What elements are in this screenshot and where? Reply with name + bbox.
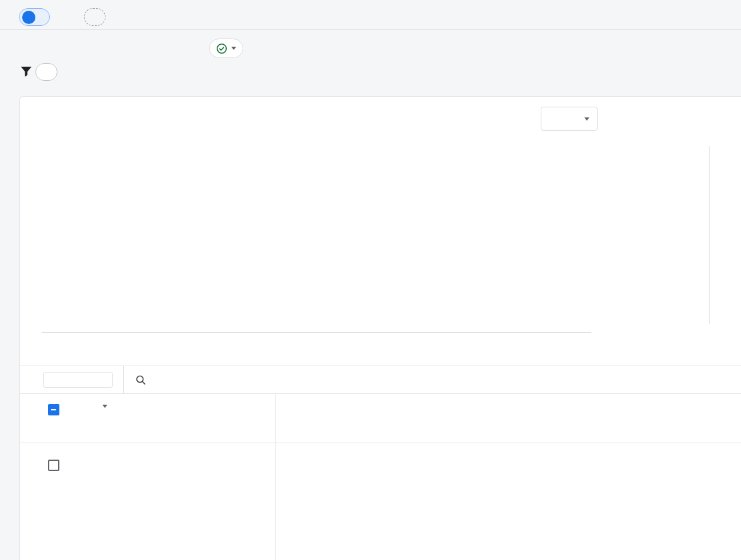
chevron-down-icon xyxy=(231,47,236,50)
report-card xyxy=(19,96,741,560)
search-input[interactable] xyxy=(149,370,528,389)
report-status-menu[interactable] xyxy=(209,39,243,58)
column-divider xyxy=(275,393,276,560)
divider xyxy=(20,443,741,443)
divider xyxy=(20,393,741,394)
divider xyxy=(123,366,124,393)
bar-chart-axis xyxy=(709,146,710,324)
plot-rows-button[interactable] xyxy=(43,372,113,388)
chevron-down-icon xyxy=(102,405,107,408)
all-users-segment-chip[interactable] xyxy=(19,8,50,26)
add-comparison-button[interactable] xyxy=(84,8,105,26)
dimension-header[interactable] xyxy=(96,405,107,408)
segment-avatar xyxy=(22,11,35,24)
sessions-trend-line xyxy=(20,97,741,560)
total-row-checkbox[interactable] xyxy=(48,460,59,471)
select-all-checkbox[interactable] xyxy=(48,404,59,415)
check-circle-icon xyxy=(216,43,227,54)
divider xyxy=(20,366,741,366)
search-icon xyxy=(135,374,146,385)
topbar-divider xyxy=(0,29,741,30)
filter-chip[interactable] xyxy=(35,63,57,81)
filter-funnel-icon xyxy=(20,66,32,78)
